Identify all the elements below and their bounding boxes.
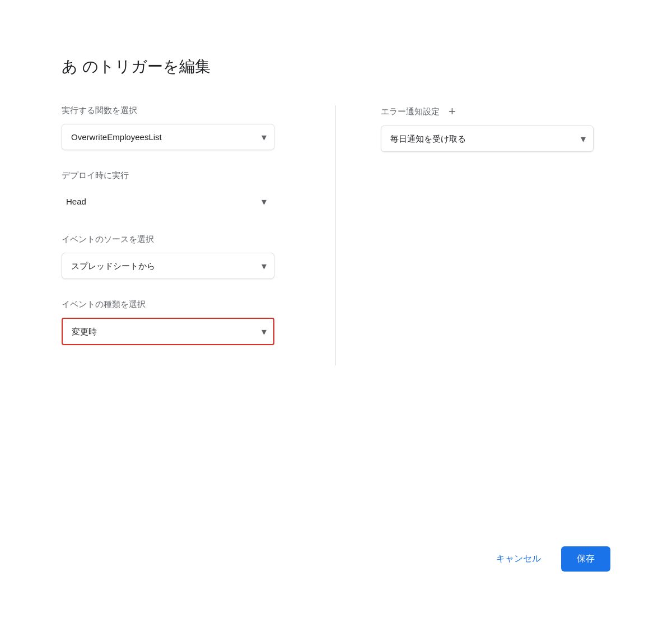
save-button[interactable]: 保存 — [561, 546, 610, 572]
function-label: 実行する関数を選択 — [62, 105, 302, 116]
deploy-field-group: デプロイ時に実行 Head ▾ — [62, 170, 302, 214]
add-notification-icon[interactable]: + — [449, 105, 456, 118]
dialog: あ のトリガーを編集 実行する関数を選択 OverwriteEmployeesL… — [28, 34, 644, 594]
error-notification-group: エラー通知設定 + 毎日通知を受け取る ▾ — [381, 105, 610, 152]
event-source-select[interactable]: スプレッドシートから — [62, 253, 274, 279]
event-source-select-wrapper[interactable]: スプレッドシートから ▾ — [62, 253, 274, 279]
notification-select-wrapper[interactable]: 毎日通知を受け取る ▾ — [381, 126, 594, 152]
deploy-label: デプロイ時に実行 — [62, 170, 302, 181]
function-select-wrapper[interactable]: OverwriteEmployeesList ▾ — [62, 124, 274, 150]
error-notification-label: エラー通知設定 — [381, 106, 440, 117]
event-type-select[interactable]: 変更時 — [62, 318, 274, 345]
event-source-field-group: イベントのソースを選択 スプレッドシートから ▾ — [62, 234, 302, 279]
deploy-select-wrapper[interactable]: Head ▾ — [62, 189, 274, 214]
cancel-button[interactable]: キャンセル — [485, 547, 552, 570]
deploy-chevron-icon: ▾ — [262, 196, 267, 208]
dialog-body: 実行する関数を選択 OverwriteEmployeesList ▾ デプロイ時… — [62, 105, 610, 365]
deploy-value: Head — [64, 197, 86, 206]
notification-select[interactable]: 毎日通知を受け取る — [381, 126, 594, 152]
right-panel: エラー通知設定 + 毎日通知を受け取る ▾ — [336, 105, 610, 365]
footer: キャンセル 保存 — [485, 546, 610, 572]
dialog-title: あ のトリガーを編集 — [62, 56, 610, 77]
function-field-group: 実行する関数を選択 OverwriteEmployeesList ▾ — [62, 105, 302, 150]
left-panel: 実行する関数を選択 OverwriteEmployeesList ▾ デプロイ時… — [62, 105, 336, 365]
event-type-label: イベントの種類を選択 — [62, 299, 302, 310]
function-select[interactable]: OverwriteEmployeesList — [62, 124, 274, 150]
event-type-select-wrapper[interactable]: 変更時 ▾ — [62, 318, 274, 345]
event-source-label: イベントのソースを選択 — [62, 234, 302, 245]
error-notification-header: エラー通知設定 + — [381, 105, 610, 118]
event-type-field-group: イベントの種類を選択 変更時 ▾ — [62, 299, 302, 345]
